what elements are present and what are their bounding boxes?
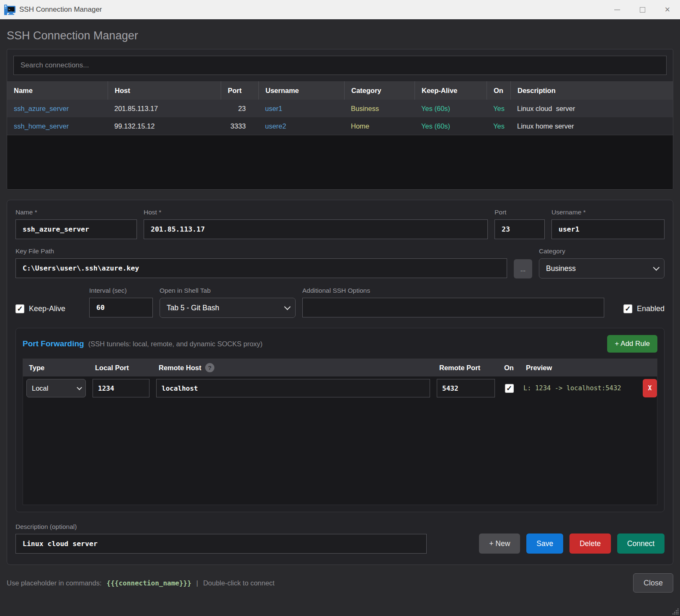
host-label: Host * [144, 209, 488, 216]
category-label: Category [539, 247, 665, 255]
chevron-down-icon [653, 264, 660, 271]
row-on: Yes [487, 100, 510, 117]
connections-table-header: Name Host Port Username Category Keep-Al… [7, 81, 673, 100]
username-field[interactable] [551, 219, 665, 239]
add-rule-button[interactable]: + Add Rule [607, 335, 657, 353]
row-host: 201.85.113.17 [108, 100, 221, 117]
shell-tab-select-value: Tab 5 - Git Bash [167, 304, 219, 312]
pf-col-local-port: Local Port [89, 359, 153, 376]
interval-field[interactable] [89, 298, 153, 317]
host-field[interactable] [144, 219, 488, 239]
close-icon: × [665, 5, 670, 14]
row-name[interactable]: ssh_home_server [7, 117, 108, 135]
delete-rule-button[interactable]: X [643, 379, 657, 397]
chevron-down-icon [77, 385, 82, 390]
checkbox-check-icon [15, 304, 24, 313]
rule-remote-host-field[interactable] [156, 379, 430, 397]
username-label: Username * [551, 209, 665, 216]
row-name[interactable]: ssh_azure_server [7, 100, 108, 117]
shell-tab-select[interactable]: Tab 5 - Git Bash [160, 298, 296, 318]
close-window-button[interactable]: × [655, 0, 680, 19]
row-host: 99.132.15.12 [108, 117, 221, 135]
ssh-options-field[interactable] [302, 298, 604, 317]
table-row[interactable]: ssh_home_server 99.132.15.12 3333 usere2… [7, 117, 673, 135]
save-button[interactable]: Save [526, 534, 563, 554]
rule-preview: L: 1234 -> localhost:5432 [520, 384, 639, 392]
footer-hint-prefix: Use placeholder in commands: [7, 579, 102, 587]
row-description: Linux cloud server [510, 100, 673, 117]
browse-key-file-button[interactable]: ... [514, 259, 532, 278]
app-icon: >_ [4, 4, 15, 15]
col-port[interactable]: Port [221, 81, 258, 100]
keep-alive-checkbox[interactable]: Keep-Alive [15, 304, 65, 313]
row-keepalive: Yes (60s) [415, 117, 487, 135]
port-field[interactable] [495, 219, 545, 239]
remote-host-help-icon[interactable]: ? [205, 363, 214, 372]
pf-col-preview: Preview [520, 359, 639, 376]
col-category[interactable]: Category [344, 81, 415, 100]
delete-button[interactable]: Delete [569, 534, 611, 554]
pf-col-remote-host: Remote Host [159, 364, 201, 372]
col-description[interactable]: Description [510, 81, 673, 100]
port-label: Port [495, 209, 545, 216]
connect-button[interactable]: Connect [617, 534, 665, 554]
port-forwarding-title: Port Forwarding [23, 339, 84, 348]
close-button[interactable]: Close [633, 573, 673, 593]
minimize-icon [614, 10, 620, 10]
rule-local-port-field[interactable] [93, 379, 149, 397]
search-input[interactable] [13, 56, 667, 75]
footer-separator: | [196, 579, 198, 587]
row-on: Yes [487, 117, 510, 135]
category-select[interactable]: Business [539, 258, 665, 278]
col-keepalive[interactable]: Keep-Alive [415, 81, 487, 100]
window-title: SSH Connection Manager [19, 5, 102, 14]
port-forwarding-header: Type Local Port Remote Host ? Remote Por… [23, 359, 657, 376]
row-keepalive: Yes (60s) [415, 100, 487, 117]
table-row[interactable]: ssh_azure_server 201.85.113.17 23 user1 … [7, 100, 673, 117]
col-name[interactable]: Name [7, 81, 108, 100]
col-on[interactable]: On [487, 81, 510, 100]
window-titlebar: >_ SSH Connection Manager × [0, 0, 680, 19]
description-field[interactable] [15, 534, 427, 554]
footer-placeholder-token: {{{connection_name}}} [107, 579, 191, 587]
row-category: Home [344, 117, 415, 135]
maximize-icon [640, 7, 645, 13]
key-file-field[interactable] [15, 258, 507, 278]
port-forwarding-table: Type Local Port Remote Host ? Remote Por… [23, 358, 657, 505]
key-file-label: Key File Path [15, 247, 507, 255]
enabled-checkbox[interactable]: Enabled [623, 304, 665, 313]
minimize-button[interactable] [605, 0, 630, 19]
port-forwarding-subtitle: (SSH tunnels: local, remote, and dynamic… [88, 340, 263, 348]
chevron-down-icon [284, 303, 291, 310]
interval-label: Interval (sec) [89, 287, 153, 294]
port-forwarding-rule-row: Local L: 1234 -> localhost:5432 X [23, 376, 657, 400]
connection-form-panel: Name * Host * Port Username * Key File P… [7, 200, 673, 565]
resize-grip-icon[interactable] [672, 608, 679, 615]
page-title: SSH Connection Manager [7, 29, 673, 42]
row-port: 23 [221, 100, 258, 117]
connections-panel: Name Host Port Username Category Keep-Al… [7, 49, 673, 190]
name-label: Name * [15, 209, 137, 216]
rule-remote-port-field[interactable] [437, 379, 495, 397]
pf-col-remote-port: Remote Port [433, 359, 498, 376]
maximize-button[interactable] [630, 0, 655, 19]
name-field[interactable] [15, 219, 137, 239]
new-button[interactable]: + New [479, 534, 520, 554]
row-username: usere2 [258, 117, 344, 135]
col-username[interactable]: Username [258, 81, 344, 100]
enabled-label: Enabled [637, 304, 665, 313]
rule-type-value: Local [32, 384, 48, 392]
checkbox-check-icon [623, 304, 632, 313]
category-select-value: Business [546, 264, 576, 273]
footer-hint-suffix: Double-click to connect [203, 579, 275, 587]
col-host[interactable]: Host [108, 81, 221, 100]
row-port: 3333 [221, 117, 258, 135]
shell-tab-label: Open in Shell Tab [160, 287, 296, 294]
rule-type-select[interactable]: Local [26, 379, 86, 397]
rule-on-checkbox[interactable] [505, 384, 514, 393]
keep-alive-label: Keep-Alive [29, 304, 65, 313]
description-label: Description (optional) [15, 523, 427, 531]
port-forwarding-empty-area [23, 400, 657, 505]
ssh-options-label: Additional SSH Options [302, 287, 604, 294]
row-username: user1 [258, 100, 344, 117]
